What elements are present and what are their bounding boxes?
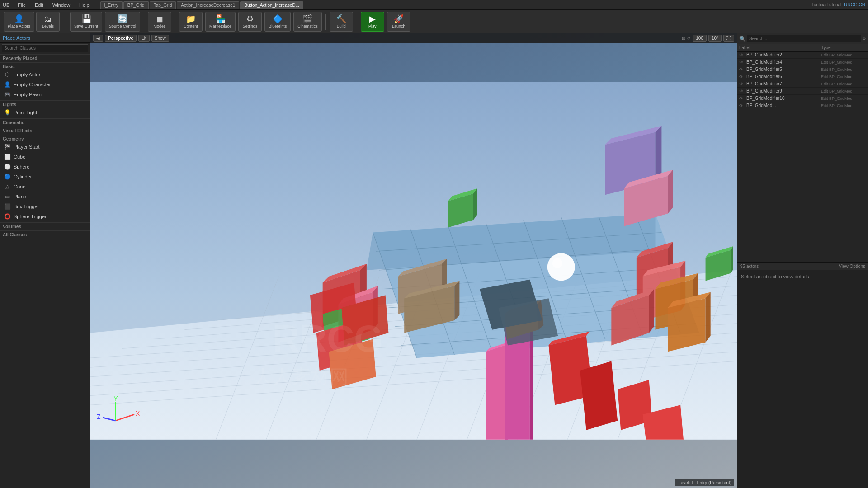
visibility-icon-0[interactable]: 👁: [739, 53, 745, 57]
vp-angle-btn[interactable]: 10°: [708, 35, 722, 42]
vp-lit-btn[interactable]: Lit: [138, 35, 150, 42]
save-icon: 💾: [81, 15, 91, 23]
category-recently-placed: Recently Placed: [0, 54, 90, 61]
actor-sphere-trigger[interactable]: ⭕ Sphere Trigger: [0, 211, 90, 221]
actor-empty-character[interactable]: 👤 Empty Character: [0, 80, 90, 89]
empty-character-icon: 👤: [4, 81, 11, 88]
viewport-canvas[interactable]: RRCG 人人素材网 X Y Z Level: L_Entry (Persist…: [90, 33, 737, 488]
outliner-search-input[interactable]: [747, 35, 861, 42]
vp-grid-size-btn[interactable]: 100: [693, 35, 707, 42]
left-panel: Place Actors Recently Placed Basic ⬡ Emp…: [0, 33, 90, 488]
outliner-row-1[interactable]: 👁 BP_GridModifier4 Edit BP_GridMod: [737, 59, 868, 66]
menu-edit[interactable]: Edit: [32, 1, 46, 9]
content-btn[interactable]: 📁 Content: [179, 12, 203, 32]
content-icon: 📁: [186, 15, 196, 23]
view-options-btn[interactable]: View Options: [839, 264, 865, 269]
search-icon: 🔍: [739, 36, 746, 42]
source-control-btn[interactable]: 🔄 Source Control: [105, 12, 140, 32]
outliner-row-2[interactable]: 👁 BP_GridModifier5 Edit BP_GridMod: [737, 66, 868, 73]
modes-btn[interactable]: ◼ Modes: [148, 12, 171, 32]
visibility-icon-2[interactable]: 👁: [739, 67, 745, 72]
category-all-classes: All Classes: [0, 230, 90, 238]
place-actors-icon: 👤: [14, 15, 24, 23]
outliner-row-6[interactable]: 👁 BP_GridModifier10 Edit BP_GridMod: [737, 95, 868, 102]
actor-cylinder[interactable]: 🔵 Cylinder: [0, 172, 90, 182]
empty-actor-icon: ⬡: [4, 71, 11, 78]
vp-show-btn[interactable]: Show: [151, 35, 169, 42]
svg-marker-76: [454, 281, 459, 320]
play-btn[interactable]: ▶ Play: [361, 12, 384, 32]
tab-tab-grid[interactable]: Tab_Grid: [150, 1, 176, 9]
outliner-row-3[interactable]: 👁 BP_GridModifier6 Edit BP_GridMod: [737, 73, 868, 80]
visibility-icon-7[interactable]: 👁: [739, 103, 745, 108]
cone-icon: △: [4, 183, 11, 190]
build-icon: 🔨: [336, 15, 346, 23]
outliner-header: Label Type: [737, 44, 868, 52]
settings-btn[interactable]: ⚙ Settings: [238, 12, 262, 32]
outliner-settings-icon[interactable]: ⚙: [862, 36, 866, 41]
category-cinematic: Cinematic: [0, 118, 90, 126]
actor-sphere[interactable]: ⚪ Sphere: [0, 162, 90, 172]
rrcg-link[interactable]: RRCG.CN: [844, 2, 865, 7]
actor-box-trigger[interactable]: ⬛ Box Trigger: [0, 202, 90, 211]
outliner-row-7[interactable]: 👁 BP_GridMod... Edit BP_GridMod: [737, 102, 868, 109]
outliner-row-0[interactable]: 👁 BP_GridModifier2 Edit BP_GridMod: [737, 52, 868, 59]
outliner-row-4[interactable]: 👁 BP_GridModifier7 Edit BP_GridMod: [737, 80, 868, 88]
settings-icon: ⚙: [246, 15, 254, 23]
toolbar-sep-4: [326, 14, 326, 30]
place-actors-btn[interactable]: 👤 Place Actors: [4, 12, 34, 32]
visibility-icon-3[interactable]: 👁: [739, 75, 745, 79]
save-current-btn[interactable]: 💾 Save Current: [70, 12, 102, 32]
tab-button-action[interactable]: Button_Action_IncreaseD...: [240, 1, 303, 9]
svg-point-78: [552, 258, 562, 268]
vp-maximize-btn[interactable]: ⛶: [723, 35, 734, 42]
main-layout: Place Actors Recently Placed Basic ⬡ Emp…: [0, 33, 868, 488]
launch-btn[interactable]: 🚀 Launch: [387, 12, 410, 32]
outliner-row-5[interactable]: 👁 BP_GridModifier9 Edit BP_GridMod: [737, 88, 868, 95]
plane-icon: ▭: [4, 193, 11, 200]
actor-empty-actor[interactable]: ⬡ Empty Actor: [0, 70, 90, 80]
vp-angle-snap-icon: ⟳: [687, 36, 691, 41]
visibility-icon-1[interactable]: 👁: [739, 60, 745, 65]
actors-count: 95 actors View Options: [737, 262, 868, 270]
menu-help[interactable]: Help: [76, 1, 92, 9]
empty-pawn-icon: 🎮: [4, 91, 11, 98]
cinematics-btn[interactable]: 🎬 Cinematics: [293, 12, 322, 32]
actor-plane[interactable]: ▭ Plane: [0, 192, 90, 202]
actor-empty-pawn[interactable]: 🎮 Empty Pawn: [0, 89, 90, 99]
menu-window[interactable]: Window: [50, 1, 73, 9]
vp-back-btn[interactable]: ◀: [93, 35, 103, 42]
svg-marker-61: [473, 188, 477, 220]
svg-marker-87: [580, 361, 618, 430]
detail-panel: Select an object to view details: [737, 270, 868, 488]
svg-text:X: X: [136, 410, 140, 417]
visibility-icon-4[interactable]: 👁: [739, 82, 745, 86]
viewport[interactable]: ◀ Perspective Lit Show ⊞ ⟳ 100 10° ⛶: [90, 33, 737, 488]
marketplace-btn[interactable]: 🏪 Marketplace: [205, 12, 236, 32]
sphere-trigger-icon: ⭕: [4, 213, 11, 220]
tab-bar: l_Entry BP_Grid Tab_Grid Action_Increase…: [100, 1, 808, 9]
actor-cone[interactable]: △ Cone: [0, 182, 90, 192]
visibility-icon-6[interactable]: 👁: [739, 96, 745, 101]
menu-bar: UE File Edit Window Help l_Entry BP_Grid…: [0, 0, 868, 10]
category-basic: Basic: [0, 62, 90, 70]
tab-action-increase[interactable]: Action_IncreaseDecrease1: [177, 1, 239, 9]
tab-l-entry[interactable]: l_Entry: [100, 1, 123, 9]
blueprints-btn[interactable]: 🔷 Blueprints: [264, 12, 291, 32]
visibility-icon-5[interactable]: 👁: [739, 89, 745, 94]
app-logo: UE: [3, 2, 9, 8]
menu-file[interactable]: File: [15, 1, 28, 9]
player-start-icon: 🏁: [4, 143, 11, 150]
tab-bp-grid[interactable]: BP_Grid: [123, 1, 149, 9]
actor-search-container: [0, 43, 90, 53]
vp-perspective-btn[interactable]: Perspective: [105, 35, 137, 42]
outliner-list: 👁 BP_GridModifier2 Edit BP_GridMod 👁 BP_…: [737, 52, 868, 262]
levels-btn[interactable]: 🗂 Levels: [36, 12, 60, 32]
actor-search-input[interactable]: [2, 44, 88, 52]
actor-player-start[interactable]: 🏁 Player Start: [0, 142, 90, 152]
viewport-toolbar: ◀ Perspective Lit Show ⊞ ⟳ 100 10° ⛶: [90, 33, 737, 43]
build-btn[interactable]: 🔨 Build: [330, 12, 353, 32]
modes-icon: ◼: [156, 15, 163, 23]
actor-point-light[interactable]: 💡 Point Light: [0, 108, 90, 117]
actor-cube[interactable]: ⬜ Cube: [0, 152, 90, 162]
